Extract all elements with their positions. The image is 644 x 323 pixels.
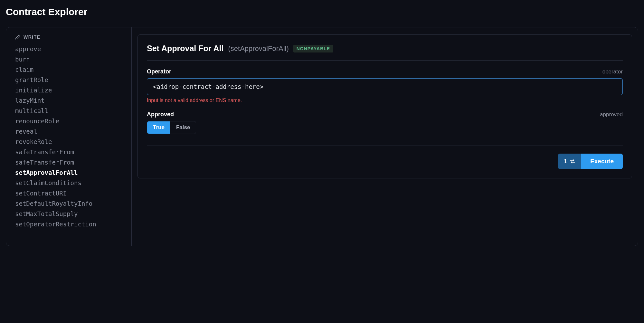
swap-icon (570, 159, 575, 164)
operator-label: Operator (147, 68, 171, 75)
sidebar-item-renounceRole[interactable]: renounceRole (15, 118, 122, 125)
approved-toggle: True False (147, 121, 196, 134)
card-footer: 1 Execute (147, 146, 623, 169)
content-area: Set Approval For All (setApprovalForAll)… (132, 27, 638, 246)
toggle-false-button[interactable]: False (170, 121, 196, 134)
content-card: Set Approval For All (setApprovalForAll)… (137, 34, 632, 178)
count-button[interactable]: 1 (558, 154, 581, 169)
sidebar-item-approve[interactable]: approve (15, 45, 122, 52)
card-header: Set Approval For All (setApprovalForAll)… (147, 44, 623, 61)
sidebar-item-setClaimConditions[interactable]: setClaimConditions (15, 179, 122, 186)
sidebar-item-setMaxTotalSupply[interactable]: setMaxTotalSupply (15, 210, 122, 217)
card-subtitle: (setApprovalForAll) (228, 44, 289, 53)
page-title: Contract Explorer (6, 6, 638, 17)
operator-input[interactable] (147, 78, 623, 95)
sidebar-item-revokeRole[interactable]: revokeRole (15, 138, 122, 145)
operator-error: Input is not a valid address or ENS name… (147, 98, 623, 103)
sidebar-item-reveal[interactable]: reveal (15, 128, 122, 135)
operator-param: operator (602, 69, 623, 75)
nonpayable-badge: NONPAYABLE (293, 45, 333, 52)
execute-group: 1 Execute (558, 154, 623, 169)
sidebar-item-grantRole[interactable]: grantRole (15, 76, 122, 83)
approved-param: approved (600, 111, 623, 118)
sidebar-item-initialize[interactable]: initialize (15, 87, 122, 94)
sidebar-item-safeTransferFrom[interactable]: safeTransferFrom (15, 159, 122, 166)
sidebar-item-multicall[interactable]: multicall (15, 107, 122, 114)
sidebar-item-safeTransferFrom[interactable]: safeTransferFrom (15, 148, 122, 156)
card-title: Set Approval For All (147, 44, 223, 53)
sidebar-item-setApprovalForAll[interactable]: setApprovalForAll (15, 169, 122, 176)
execute-button[interactable]: Execute (581, 154, 623, 169)
sidebar-item-setOperatorRestriction[interactable]: setOperatorRestriction (15, 221, 122, 228)
sidebar-item-claim[interactable]: claim (15, 66, 122, 73)
sidebar-header: WRITE (15, 34, 122, 40)
sidebar-item-lazyMint[interactable]: lazyMint (15, 97, 122, 104)
approved-field-row: Approved approved (147, 111, 623, 118)
sidebar-item-burn[interactable]: burn (15, 56, 122, 63)
sidebar-list: approveburnclaimgrantRoleinitializelazyM… (15, 45, 122, 228)
sidebar-header-label: WRITE (24, 34, 41, 40)
approved-label: Approved (147, 111, 174, 118)
toggle-true-button[interactable]: True (147, 121, 170, 134)
sidebar-item-setContractURI[interactable]: setContractURI (15, 190, 122, 197)
sidebar-item-setDefaultRoyaltyInfo[interactable]: setDefaultRoyaltyInfo (15, 200, 122, 207)
operator-field-row: Operator operator (147, 68, 623, 75)
pencil-icon (15, 34, 20, 40)
count-value: 1 (564, 158, 567, 165)
sidebar: WRITE approveburnclaimgrantRoleinitializ… (6, 27, 132, 246)
main-container: WRITE approveburnclaimgrantRoleinitializ… (6, 27, 638, 246)
